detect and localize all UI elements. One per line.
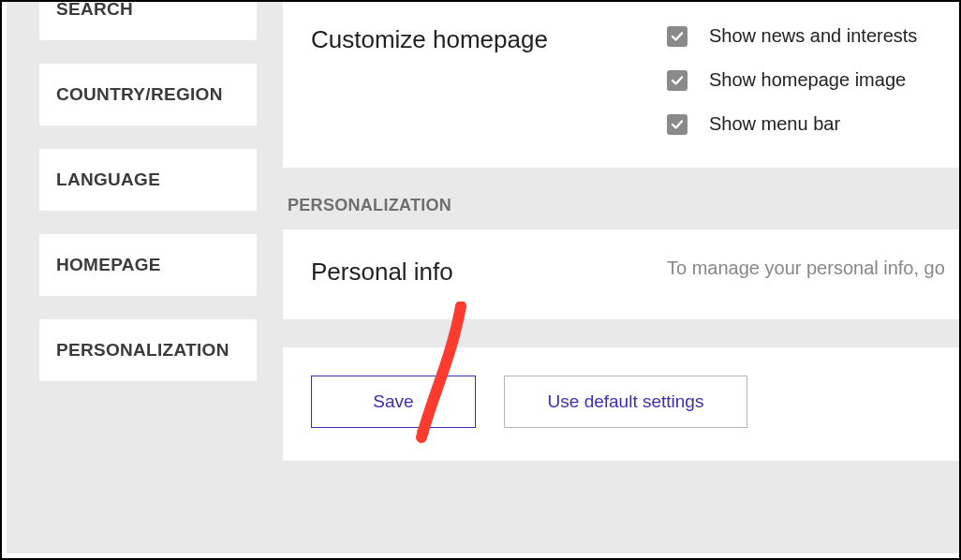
sidebar-item-label: SEARCH [56, 0, 133, 19]
button-label: Save [373, 391, 413, 412]
checkbox-show-news[interactable] [667, 26, 687, 47]
option-show-menu: Show menu bar [667, 113, 931, 135]
action-buttons-row: Save Use default settings [283, 347, 959, 461]
sidebar-item-label: LANGUAGE [56, 169, 160, 189]
use-default-settings-button[interactable]: Use default settings [504, 376, 747, 428]
checkbox-show-menu[interactable] [667, 114, 687, 135]
settings-sidebar: SEARCH COUNTRY/REGION LANGUAGE HOMEPAGE … [39, 2, 257, 405]
personalization-panel: Personal info To manage your personal in… [283, 229, 959, 319]
sidebar-item-label: PERSONALIZATION [56, 340, 229, 360]
checkmark-icon [671, 30, 684, 43]
sidebar-item-label: COUNTRY/REGION [56, 84, 223, 104]
option-label: Show menu bar [709, 113, 840, 135]
save-button[interactable]: Save [311, 376, 476, 428]
option-show-image: Show homepage image [667, 69, 931, 91]
option-label: Show homepage image [709, 69, 906, 91]
sidebar-item-personalization[interactable]: PERSONALIZATION [39, 319, 257, 381]
sidebar-item-homepage[interactable]: HOMEPAGE [39, 234, 257, 296]
personal-info-description: To manage your personal info, go [667, 258, 945, 279]
homepage-panel: Customize homepage Show news and interes… [283, 2, 959, 168]
checkmark-icon [671, 118, 684, 131]
main-content: Customize homepage Show news and interes… [283, 2, 959, 461]
option-show-news: Show news and interests [667, 25, 931, 47]
sidebar-item-country-region[interactable]: COUNTRY/REGION [39, 64, 257, 125]
checkmark-icon [671, 74, 684, 87]
homepage-options: Show news and interests Show homepage im… [667, 25, 931, 135]
personal-info-title: Personal info [311, 258, 667, 287]
sidebar-item-label: HOMEPAGE [56, 255, 161, 274]
customize-homepage-title: Customize homepage [311, 25, 667, 54]
sidebar-item-language[interactable]: LANGUAGE [39, 149, 257, 211]
checkbox-show-image[interactable] [667, 70, 687, 91]
personalization-header: PERSONALIZATION [283, 196, 959, 215]
option-label: Show news and interests [709, 25, 917, 47]
sidebar-item-search[interactable]: SEARCH [39, 0, 257, 40]
button-label: Use default settings [548, 391, 704, 412]
